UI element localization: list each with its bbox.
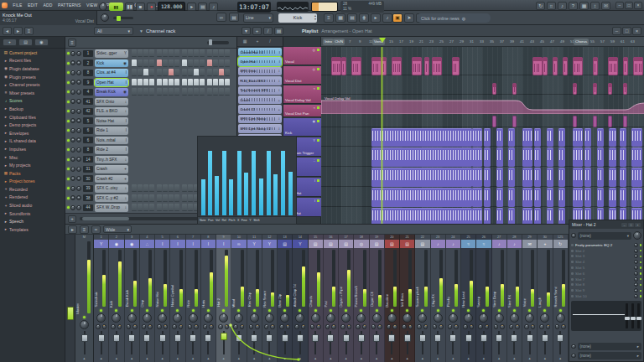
channel-volume-knob[interactable]	[76, 118, 81, 123]
browser-item[interactable]: + Recorded	[0, 185, 65, 194]
strip-group-band[interactable]: Y	[247, 240, 262, 248]
strip-pan-knob[interactable]	[250, 313, 259, 323]
playlist-track-header[interactable]: Kick ◉	[283, 118, 321, 137]
audio-clip[interactable]	[492, 83, 496, 95]
strip-group-band[interactable]: ▤	[370, 240, 384, 248]
eq-knob[interactable]	[148, 324, 153, 329]
shuffle-knob[interactable]	[99, 3, 107, 11]
step-cell[interactable]	[163, 49, 168, 57]
channel-pan-knob[interactable]	[70, 128, 75, 133]
play-button[interactable]: ▮▮	[109, 3, 123, 11]
channel-pan-knob[interactable]	[70, 137, 75, 142]
strip-pan-knob[interactable]	[479, 313, 488, 323]
strip-pan-knob[interactable]	[143, 313, 152, 323]
slot-mix-knob[interactable]	[634, 254, 638, 258]
channel-volume-knob[interactable]	[76, 99, 81, 104]
step-cell[interactable]	[149, 79, 154, 86]
pattern-clip[interactable]	[496, 147, 503, 167]
channel-volume-knob[interactable]	[76, 60, 81, 65]
browser-forward-icon[interactable]: ▸	[13, 27, 23, 35]
audio-clip[interactable]	[412, 57, 422, 75]
pattern-clip[interactable]	[472, 168, 482, 187]
fader-handle[interactable]	[205, 334, 211, 342]
step-cell[interactable]	[169, 204, 174, 211]
close-icon[interactable]: ×	[632, 27, 641, 35]
strip-fader[interactable]	[507, 330, 522, 355]
channel-volume-knob[interactable]	[76, 157, 81, 162]
strip-route-arrow-icon[interactable]: ▴	[192, 355, 194, 362]
automation-mini-clip[interactable]	[512, 116, 517, 127]
strip-group-band[interactable]: Y	[293, 240, 307, 248]
pattern-clip[interactable]	[620, 168, 626, 187]
pattern-clip[interactable]	[573, 147, 583, 167]
bpm-display[interactable]: 128.000	[158, 2, 185, 12]
eq-knob[interactable]	[531, 324, 536, 329]
strip-pan-knob[interactable]	[464, 313, 473, 323]
browser-back-icon[interactable]: ◂	[3, 27, 12, 35]
mixer-strip[interactable]: 27 ♪ Sine Drop ▴	[492, 235, 507, 362]
audio-clip[interactable]	[392, 57, 402, 75]
channel-mixer-track-badge[interactable]: 31	[83, 166, 93, 173]
pattern-clip[interactable]	[522, 168, 532, 187]
strip-group-band[interactable]: ↻	[553, 240, 568, 248]
graph-bar[interactable]	[201, 179, 205, 215]
pattern-clip[interactable]	[508, 188, 515, 207]
step-cell[interactable]	[157, 79, 162, 86]
channel-mute-led[interactable]	[67, 81, 70, 84]
channel-mixer-track-badge[interactable]: 6	[83, 137, 93, 143]
strip-pan-knob[interactable]	[173, 313, 182, 323]
browser-item[interactable]: ▸ Templates	[0, 225, 65, 234]
strip-fader[interactable]	[324, 330, 338, 355]
graph-bar[interactable]	[208, 151, 212, 215]
app-logo-icon[interactable]	[2, 3, 8, 8]
step-cell[interactable]	[213, 69, 218, 76]
strip-pan-knob[interactable]	[449, 313, 458, 323]
pattern-clip[interactable]	[558, 168, 565, 187]
effect-slot[interactable]: Slot 3	[569, 254, 643, 260]
strip-route-arrow-icon[interactable]: ▴	[559, 355, 561, 362]
fader-handle[interactable]	[557, 334, 564, 342]
step-cell[interactable]	[207, 49, 212, 57]
channel-mute-led[interactable]	[67, 62, 70, 65]
mixer-strip[interactable]: 25 ≈ New Lead ▴	[461, 235, 476, 362]
strip-fader[interactable]	[339, 330, 353, 355]
channel-mixer-track-badge[interactable]: 42	[83, 108, 93, 115]
stereo-sep-knob[interactable]	[233, 324, 238, 329]
timeline-marker[interactable]: Intro	[323, 39, 334, 45]
strip-route-arrow-icon[interactable]: ▴	[422, 355, 423, 362]
eq-knob[interactable]	[301, 324, 306, 329]
slot-enable-led[interactable]	[640, 266, 642, 269]
stereo-sep-knob[interactable]	[433, 324, 438, 329]
strip-fader[interactable]	[415, 330, 429, 355]
instrument-dropdown[interactable]: (none)▾	[578, 232, 632, 240]
slot-enable-led[interactable]	[640, 244, 642, 246]
step-cell[interactable]	[200, 59, 205, 67]
master-fader[interactable]	[75, 330, 93, 355]
menu-item[interactable]: EDIT	[25, 3, 41, 8]
step-cell[interactable]	[174, 79, 179, 86]
audio-clip[interactable]	[608, 57, 618, 75]
channel-name-button[interactable]: SFX Onto ↕	[95, 98, 128, 106]
strip-mute-led[interactable]	[299, 309, 301, 312]
step-cell[interactable]	[149, 184, 154, 192]
mixer-strip[interactable]: 6 I Noise Cymbal ▴	[170, 235, 185, 362]
strip-pan-knob[interactable]	[280, 313, 289, 323]
strip-mute-led[interactable]	[330, 309, 332, 312]
update-icon[interactable]: ↕	[590, 2, 600, 10]
mixer-strip[interactable]: 24 ♪ Plucky ▴	[446, 235, 461, 362]
mixer-strip[interactable]: 5 I Noise Hat ▴	[155, 235, 170, 362]
cpu-panel[interactable]: 28 449 MB 11 %	[340, 1, 384, 13]
channel-mixer-track-badge[interactable]: 38	[83, 194, 93, 201]
track-enable-led[interactable]	[317, 49, 319, 51]
maximize-icon[interactable]: □	[622, 27, 631, 35]
picker-grid-icon[interactable]: ▦	[240, 39, 250, 45]
browser-item[interactable]: ♪ Scores	[0, 97, 65, 106]
strip-mute-led[interactable]	[131, 309, 133, 312]
pattern-clip[interactable]	[508, 208, 515, 224]
timeline-marker[interactable]: Ch/N	[333, 39, 345, 45]
step-cell[interactable]	[163, 204, 168, 211]
typing-keyboard-icon[interactable]: ↻	[536, 2, 545, 10]
strip-route-arrow-icon[interactable]: ▴	[177, 355, 179, 362]
strip-route-arrow-icon[interactable]: ▴	[207, 355, 209, 362]
mixer-strip[interactable]: 16 ▤ Pad ▴	[324, 235, 339, 362]
